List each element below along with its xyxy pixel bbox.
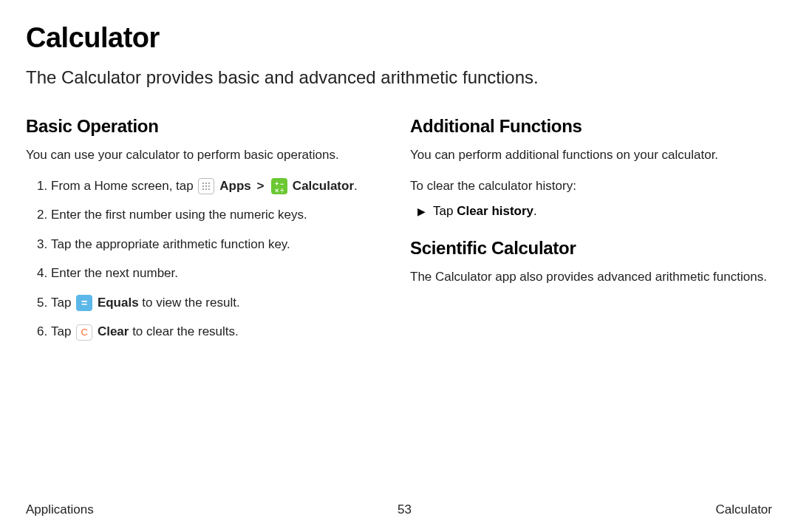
left-column: Basic Operation You can use your calcula…	[26, 116, 388, 352]
clear-history-bold: Clear history	[457, 204, 533, 218]
step-6: Tap C Clear to clear the results.	[51, 322, 388, 341]
step-5-post: to view the result.	[139, 296, 240, 310]
apps-label: Apps	[219, 179, 251, 193]
arrow-icon: ▶	[417, 205, 426, 217]
right-column: Additional Functions You can perform add…	[410, 116, 772, 352]
scientific-calculator-heading: Scientific Calculator	[410, 238, 772, 259]
clear-icon: C	[76, 324, 92, 341]
clear-history-text: Tap Clear history.	[433, 204, 537, 219]
calculator-icon: +−×÷	[271, 178, 287, 194]
additional-functions-heading: Additional Functions	[410, 116, 772, 137]
step-6-pre: Tap	[51, 324, 71, 338]
equals-label: Equals	[98, 296, 139, 310]
steps-list: From a Home screen, tap Apps > +−×÷ Calc…	[26, 177, 388, 341]
page-footer: Applications 53 Calculator	[26, 502, 772, 517]
step-5: Tap = Equals to view the result.	[51, 293, 388, 313]
scientific-calculator-desc: The Calculator app also provides advance…	[410, 267, 772, 287]
footer-left: Applications	[26, 502, 94, 517]
step-6-post: to clear the results.	[129, 324, 238, 338]
clear-history-post: .	[533, 204, 537, 218]
content-columns: Basic Operation You can use your calcula…	[26, 116, 772, 352]
footer-right: Calculator	[715, 502, 772, 517]
footer-page-number: 53	[398, 502, 412, 517]
apps-icon	[198, 178, 214, 194]
clear-label: Clear	[98, 324, 129, 338]
step-2: Enter the first number using the numeric…	[51, 205, 388, 225]
basic-operation-desc: You can use your calculator to perform b…	[26, 146, 388, 165]
basic-operation-heading: Basic Operation	[26, 116, 388, 137]
additional-functions-desc: You can perform additional functions on …	[410, 146, 772, 165]
breadcrumb-sep: >	[256, 179, 264, 193]
step-1-pre: From a Home screen, tap	[51, 179, 194, 193]
step-1: From a Home screen, tap Apps > +−×÷ Calc…	[51, 177, 388, 196]
step-1-post: .	[354, 179, 358, 193]
step-5-pre: Tap	[51, 296, 71, 310]
page-intro: The Calculator provides basic and advanc…	[26, 67, 772, 88]
clear-history-action: ▶ Tap Clear history.	[410, 204, 772, 219]
clear-history-intro: To clear the calculator history:	[410, 177, 772, 196]
step-4: Enter the next number.	[51, 264, 388, 283]
step-3: Tap the appropriate arithmetic function …	[51, 235, 388, 254]
equals-icon: =	[76, 295, 92, 311]
clear-history-pre: Tap	[433, 204, 457, 218]
page-title: Calculator	[26, 22, 772, 54]
calculator-label: Calculator	[293, 179, 354, 193]
